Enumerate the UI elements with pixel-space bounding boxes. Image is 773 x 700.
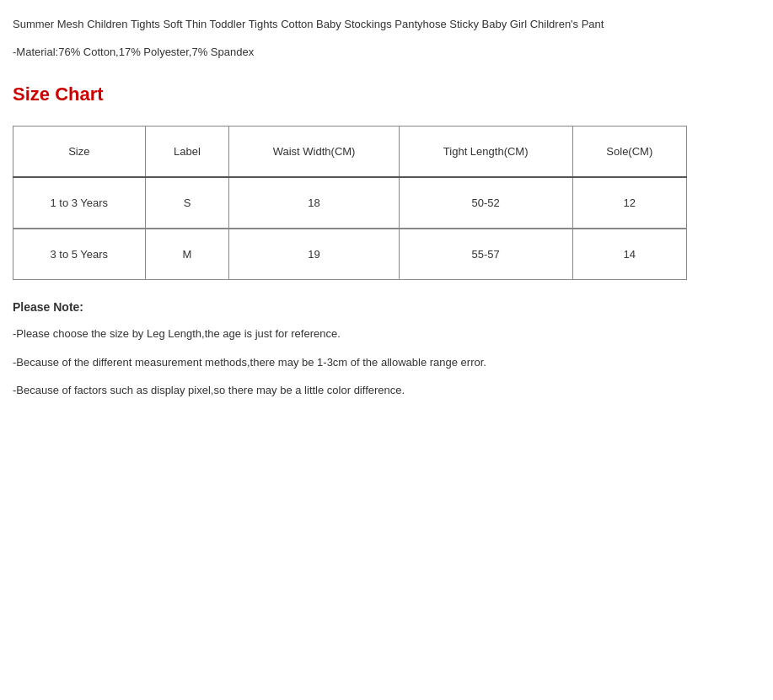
col-tight-length: Tight Length(CM) bbox=[399, 127, 572, 178]
note-line-2: -Because of factors such as display pixe… bbox=[13, 382, 760, 399]
col-label: Label bbox=[145, 127, 229, 178]
table-cell-0-1: S bbox=[145, 177, 229, 229]
table-cell-1-0: 3 to 5 Years bbox=[13, 229, 146, 280]
table-cell-0-4: 12 bbox=[572, 177, 686, 229]
table-cell-1-2: 19 bbox=[229, 229, 399, 280]
table-header-row: Size Label Waist Width(CM) Tight Length(… bbox=[13, 127, 687, 178]
table-row: 1 to 3 YearsS1850-5212 bbox=[13, 177, 687, 229]
size-chart-heading: Size Chart bbox=[13, 83, 760, 105]
note-line-0: -Please choose the size by Leg Length,th… bbox=[13, 326, 760, 342]
table-cell-0-2: 18 bbox=[229, 177, 399, 229]
col-waist: Waist Width(CM) bbox=[229, 127, 399, 178]
product-title: Summer Mesh Children Tights Soft Thin To… bbox=[13, 17, 760, 32]
size-chart-table: Size Label Waist Width(CM) Tight Length(… bbox=[13, 126, 687, 280]
table-cell-1-1: M bbox=[145, 229, 229, 280]
please-note-heading: Please Note: bbox=[13, 300, 760, 314]
table-cell-0-0: 1 to 3 Years bbox=[13, 177, 146, 229]
table-cell-1-3: 55-57 bbox=[399, 229, 572, 280]
col-sole: Sole(CM) bbox=[572, 127, 686, 178]
table-row: 3 to 5 YearsM1955-5714 bbox=[13, 229, 687, 280]
note-line-1: -Because of the different measurement me… bbox=[13, 354, 760, 371]
table-cell-1-4: 14 bbox=[572, 229, 686, 280]
material-info: -Material:76% Cotton,17% Polyester,7% Sp… bbox=[13, 46, 760, 58]
table-cell-0-3: 50-52 bbox=[399, 177, 572, 229]
col-size: Size bbox=[13, 127, 146, 178]
